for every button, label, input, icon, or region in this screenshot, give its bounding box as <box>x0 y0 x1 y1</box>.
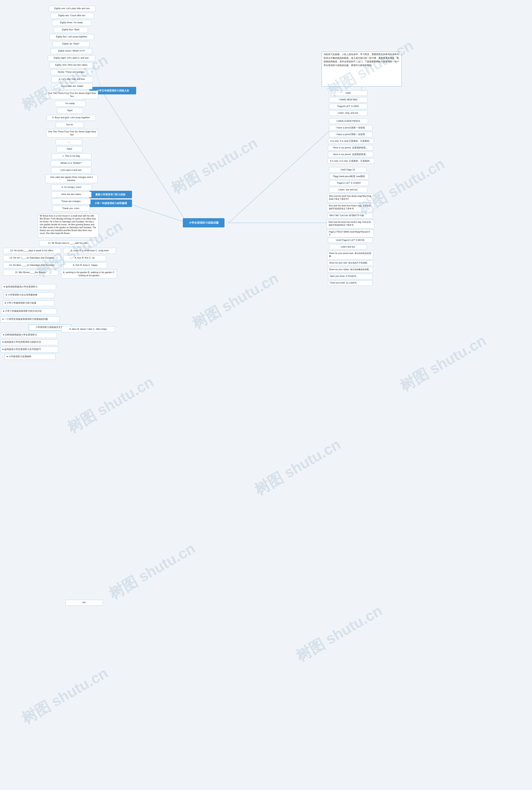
rnode-2: Page10 LET' S SING <box>329 104 367 109</box>
node-whats: What's in it, Robbie? <box>51 161 92 166</box>
rnode-25: Open your book. 打开你的书。 <box>328 274 373 279</box>
node-87: Eighty seven: What's in it? <box>51 48 92 54</box>
node-q13-ans: A. four B. five C. six <box>63 255 106 261</box>
node-cake: One cake two apples three oranges and a … <box>45 174 98 183</box>
node-yes: Yes sir. <box>56 122 84 128</box>
watermark-12: 树图 shutu.cn <box>18 663 112 729</box>
node-q14-ans: A. free B. busy C. happy <box>63 263 107 268</box>
node-ready1: I'm ready. <box>55 101 86 107</box>
node-oranges: These are oranges. <box>52 199 91 205</box>
rnode-24: Show me your rubber. 拿出你的橡皮给我看。 <box>327 267 373 272</box>
central-node[interactable]: 小学生英语听力训练试题 <box>183 218 225 227</box>
node-q12-ans: A. a city B. a small town C. a big town <box>63 248 116 254</box>
bullet-9: ● 小学英语听力实用材料 <box>4 354 56 360</box>
branch-grade1-label: 小学一年级英语听力材料整理 <box>95 202 127 205</box>
canvas: 树图 shutu.cn 树图 shutu.cn 树图 shutu.cn 树图 s… <box>0 0 532 790</box>
rnode-0: Unit2 <box>329 90 367 96</box>
rnode-16: Amy took the book from Andy's bag. 艾米从安迪… <box>327 203 374 212</box>
node-d: d: I'm hungry, mum! <box>51 185 92 190</box>
rnode-9: Here is my pencil. 这是我的铅笔。 <box>328 152 373 157</box>
node-q15-ans: A. working in his garden B. walking in h… <box>61 270 117 279</box>
rnode-10: It is new. it is new. 它是新的。它是新的。 <box>327 158 374 164</box>
node-88: Eighty eight: Let's open it, and see. <box>48 55 95 61</box>
bullet-5: ● 一个初学生准备提高英语听力所面临的问题 <box>0 317 60 322</box>
node-89: Eighty nine: Here are two cakes. <box>49 62 94 68</box>
rnode-8: Here is my pencil. 这是我的铅笔。 <box>328 145 373 150</box>
node-82: Eighty two: Count after ten. <box>50 13 94 19</box>
watermark-11: 树图 shutu.cn <box>292 601 386 666</box>
watermark-9: 树图 shutu.cn <box>396 331 490 396</box>
watermark-7: 树图 shutu.cn <box>64 372 157 437</box>
rnode-15: Who took the book from Andy's bag?谁从安迪的袋… <box>327 194 374 203</box>
rnode-3: Listen, sing, and act. <box>329 110 367 116</box>
node-start1: Start! <box>57 108 83 114</box>
rnode-6: I have a pencil.我有一支铅笔. <box>329 132 373 137</box>
right-desc: 鸟欲高飞先振翅，人欲上进先读书，学习英语，需要把陌生的单词片语和句型语法不断的熟… <box>322 52 402 87</box>
node-count: Count after ten, Edda! <box>52 83 93 89</box>
bullet-1: ● 如何训练和提高小学生英语听力 <box>2 284 56 290</box>
bullet-6: ● 怎样训练和提高小学生英语听力 <box>1 332 57 338</box>
rnode-17: Who? Me? Can't be! 谁?我吗?不可能! <box>327 213 373 219</box>
rnode-12: Piggy bank:pencil铅笔 new新的 <box>329 174 369 179</box>
node-84: Eighty four: Start! <box>54 27 88 33</box>
node-start2: Start! <box>57 146 82 152</box>
node-mrbrown: Mr Brown lives in a nice house in a smal… <box>38 213 98 237</box>
node-q13: 13. He isn' t____on Saturdays and Sunday… <box>3 255 61 261</box>
bullet-4: ● 小学三年级提高英语听力的方法介绍 <box>1 308 57 314</box>
rnode-13: Page11 LET' S CHANT <box>329 181 369 186</box>
node-123-2: One Two Three Four Five Six Seven Eight … <box>46 129 98 137</box>
watermark-5: 树图 shutu.cn <box>189 268 282 334</box>
rnode-7: It is new. It is new.它是新的。它是新的。 <box>328 138 374 144</box>
rnode-18: Koto took the book from Andy's bag. Koto… <box>327 220 374 228</box>
rnode-1: I HAVE NEW BAG <box>329 97 367 102</box>
rnode-23: Show me your ruler. 拿出你的尺子给我看。 <box>327 260 373 266</box>
node-open: Let's open it and see. <box>51 168 92 173</box>
node-here-cakes: Here are two cakes. <box>52 192 92 198</box>
node-q11: 11. Mr Brown lives in ____with his wife. <box>39 241 97 246</box>
rnode-5: I have a pencil.我有一支铅笔. <box>329 125 373 131</box>
bullet-3: ● 小学三年级英语听力练习必备 <box>3 300 54 306</box>
node-81: Eighty one: Let's play hide and see. <box>49 6 96 12</box>
the-text: the <box>65 600 103 606</box>
rnode-11: Unit2 Page 10 <box>329 167 366 172</box>
rnode-22: Show me your pencil-case. 拿出你的铅盒给我看。 <box>327 251 373 260</box>
rnode-20: Unit2 Page12 LET' S MOVE <box>328 238 373 243</box>
node-90: Ninety: These are oranges. <box>51 70 92 75</box>
branch-grade1[interactable]: 小学一年级英语听力材料整理 <box>89 200 132 207</box>
rnode-26: Close your book. 合上你的书。 <box>328 280 373 286</box>
svg-line-2 <box>229 131 329 223</box>
node-a: a: Let's play hide and see. <box>51 76 93 82</box>
node-dots: ...... <box>56 139 82 145</box>
node-85: Eighty five: Let's jump together. <box>50 34 94 40</box>
node-86: Eighty six: Stop!! <box>52 41 89 47</box>
rnode-4: I HAVE A NEW PENCIL <box>329 118 368 124</box>
node-c: c: This is my bag. <box>52 153 92 159</box>
rnode-21: Listen and act. <box>329 244 367 250</box>
watermark-2: 树图 shutu.cn <box>168 133 261 199</box>
watermark-8: 树图 shutu.cn <box>251 434 344 500</box>
node-thankyou: Thank you, mom. <box>52 206 90 211</box>
rnode-19: Page11 PIGGY BANK book书bag书包ruler尺子 <box>327 229 374 237</box>
svg-line-1 <box>102 195 187 223</box>
watermark-10: 树图 shutu.cn <box>106 538 199 604</box>
node-123-1: One Two Three Four Five Six Seven Eight … <box>46 91 98 99</box>
bullet-7: ● 如何提高小学生的英语听力的的方法 <box>0 339 58 345</box>
branch-latest-label: 最新小学英语专门听力训练· <box>95 193 126 196</box>
node-q14: 14. He likes ____on Saturdays and Sunday… <box>3 263 61 268</box>
rnode-14: Listen, say and act. <box>329 187 367 192</box>
branch-grade5-label: 小学五年级英语听力训练大全 <box>97 89 129 93</box>
bullet-8: ● 如何提高小学生英语听力水平的技巧 <box>0 347 58 353</box>
node-b: b: Boys and girls, Let's jump together. <box>47 115 96 121</box>
central-node-label: 小学生英语听力训练试题 <box>189 221 218 225</box>
branch-latest[interactable]: 最新小学英语专门听力训练· <box>89 191 132 198</box>
node-q12: 12. He works____days a week in his offic… <box>3 248 61 254</box>
bullet-2: ● 小学英语听力怎么培养最有效 <box>4 292 55 298</box>
node-q15: 15. Mrs Brown____the flowers. <box>3 270 58 276</box>
node-83: Eighty three: I'm ready. <box>52 20 92 26</box>
related-link: A. likes B. doesn' t like C. often helps <box>61 326 115 332</box>
